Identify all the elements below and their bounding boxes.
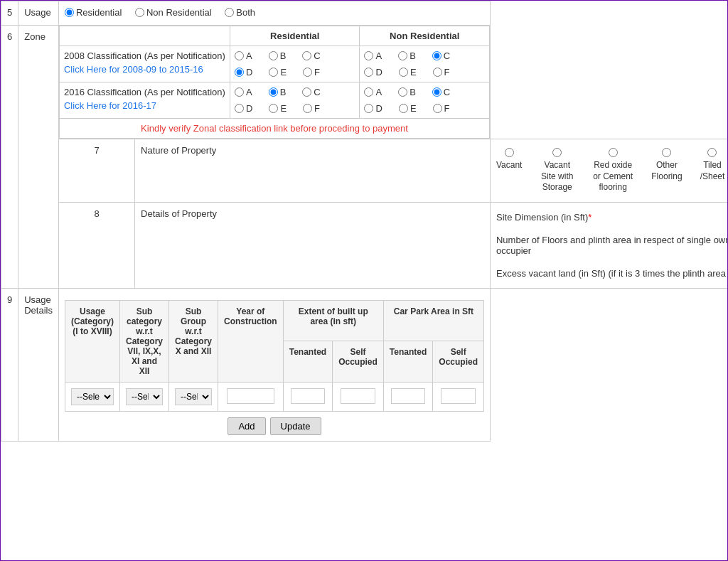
nature-options-group: Vacant Vacant Site with Storage Red oxid… [496, 145, 728, 196]
row6-label: Zone [18, 26, 59, 289]
sub-group-header: Sub Group w.r.t Category X and XII [169, 300, 218, 382]
zone-2016-res-group: A B C D E F [235, 87, 355, 114]
car-park-tenanted-cell [383, 382, 432, 411]
zone-2008-res-A[interactable]: A [235, 50, 252, 61]
usage-data-row: --Select-- --Select --Sele [65, 382, 483, 411]
nature-vacant-radio[interactable] [505, 148, 514, 157]
zone-2016-res-B[interactable]: B [269, 87, 287, 97]
zone-2016-nonres-E[interactable]: E [399, 103, 417, 114]
row8-number: 8 [58, 202, 134, 288]
zone-2016-nonresidential: A B C D E F [360, 82, 490, 119]
zone-2008-nonres-C[interactable]: C [432, 50, 450, 61]
zone-2008-nonres-D[interactable]: D [364, 67, 382, 78]
zone-2008-nonres-group: A B C D E F [364, 50, 485, 78]
site-dimension-label: Site Dimension (in Sft)* [496, 212, 728, 223]
row9-number: 9 [1, 288, 18, 441]
nature-red-oxide-radio[interactable] [609, 148, 618, 157]
nature-tiled-label: Tiled /Sheet [700, 160, 725, 182]
nature-tiled-radio[interactable] [707, 148, 717, 157]
tenanted-input[interactable] [291, 388, 324, 404]
sub-category-select[interactable]: --Select [126, 388, 163, 405]
zone-2016-link[interactable]: Click Here for 2016-17 [64, 100, 225, 111]
usage-residential-radio[interactable] [65, 8, 74, 17]
self-occupied-input[interactable] [341, 388, 375, 404]
car-park-self-occupied-header: Self Occupied [433, 341, 484, 383]
zone-2016-nonres-F[interactable]: F [433, 103, 450, 114]
nature-vacant-site: Vacant Site with Storage [540, 148, 574, 193]
nature-red-oxide: Red oxide or Cement flooring [592, 148, 633, 193]
usage-details-table: Usage (Category) (I to XVIII) Sub catego… [65, 300, 484, 412]
row9-content: Usage (Category) (I to XVIII) Sub catego… [58, 288, 490, 441]
year-of-construction-header: Year of Construction [218, 300, 284, 382]
zone-2016-res-A[interactable]: A [235, 87, 252, 97]
zone-2016-residential: A B C D E F [230, 82, 360, 119]
car-park-tenanted-header: Tenanted [383, 341, 432, 383]
zone-2008-res-F[interactable]: F [303, 67, 320, 78]
zone-desc-header [59, 26, 230, 46]
car-park-self-occupied-cell [433, 382, 484, 411]
zone-2008-text: 2008 Classification (As per Notification… [64, 50, 225, 61]
excess-vacant-row: Excess vacant land (in Sft) (if it is 3 … [496, 265, 728, 282]
row9-label: Usage Details [18, 288, 59, 441]
usage-buttons-row: Add Update [65, 417, 484, 435]
sub-group-cell: --Sele [169, 382, 218, 411]
zone-2008-res-E[interactable]: E [269, 67, 287, 78]
row7-label: Nature of Property [135, 139, 491, 203]
zone-warning: Kindly verify Zonal classification link … [59, 119, 489, 139]
zone-2016-res-F[interactable]: F [303, 103, 320, 114]
car-park-header: Car Park Area in Sft [383, 300, 483, 341]
tenanted-cell [283, 382, 332, 411]
usage-both-option[interactable]: Both [225, 7, 255, 18]
extent-header: Extent of built up area (in sft) [283, 300, 383, 341]
zone-2008-residential: A B C D E F [230, 46, 360, 82]
zone-2008-nonres-F[interactable]: F [433, 67, 450, 78]
row5-number: 5 [1, 1, 18, 26]
sub-category-header: Sub category w.r.t Category VII, IX,X, X… [120, 300, 169, 382]
sub-group-select[interactable]: --Sele [175, 388, 212, 405]
zone-2008-res-D[interactable]: D [235, 67, 252, 78]
car-park-tenanted-input[interactable] [391, 388, 424, 404]
usage-both-label: Both [236, 7, 255, 18]
nature-vacant-site-radio[interactable] [552, 148, 562, 157]
row6-content: Residential Non Residential 2008 Classif… [58, 26, 490, 139]
zone-2008-link[interactable]: Click Here for 2008-09 to 2015-16 [64, 64, 225, 75]
car-park-self-occupied-input[interactable] [441, 388, 476, 404]
usage-both-radio[interactable] [225, 8, 234, 17]
site-dimension-required: * [588, 212, 592, 223]
zone-2016-nonres-A[interactable]: A [364, 87, 382, 97]
zone-2016-res-E[interactable]: E [269, 103, 287, 114]
row7-number: 7 [58, 139, 134, 203]
usage-category-cell: --Select-- [65, 382, 119, 411]
update-button[interactable]: Update [270, 417, 321, 435]
usage-category-header: Usage (Category) (I to XVIII) [65, 300, 119, 382]
year-construction-cell [218, 382, 284, 411]
zone-2016-res-C[interactable]: C [302, 87, 320, 97]
self-occupied-cell [333, 382, 384, 411]
non-residential-header: Non Residential [360, 26, 490, 46]
zone-2016-nonres-D[interactable]: D [364, 103, 382, 114]
usage-nonresidential-option[interactable]: Non Residential [135, 7, 212, 18]
zone-2008-nonres-E[interactable]: E [399, 67, 417, 78]
self-occupied-header: Self Occupied [333, 341, 384, 383]
zone-2008-nonres-B[interactable]: B [398, 50, 416, 61]
year-construction-input[interactable] [227, 388, 274, 404]
row8-content: Site Dimension (in Sft)* 0 Built up Area… [490, 202, 728, 288]
zone-2016-res-D[interactable]: D [235, 103, 252, 114]
usage-nonresidential-radio[interactable] [135, 8, 144, 17]
zone-2016-nonres-C[interactable]: C [432, 87, 450, 97]
usage-residential-option[interactable]: Residential [65, 7, 122, 18]
zone-2008-nonres-A[interactable]: A [364, 50, 382, 61]
nature-other-flooring: Other Flooring [651, 148, 682, 182]
usage-category-select[interactable]: --Select-- [71, 388, 114, 405]
row6-number: 6 [1, 26, 18, 289]
zone-2008-res-B[interactable]: B [269, 50, 287, 61]
usage-nonresidential-label: Non Residential [146, 7, 212, 18]
zone-2016-nonres-B[interactable]: B [398, 87, 416, 97]
sub-category-cell: --Select [120, 382, 169, 411]
zone-2008-res-C[interactable]: C [302, 50, 320, 61]
nature-other-flooring-radio[interactable] [662, 148, 671, 157]
row7-content: Vacant Vacant Site with Storage Red oxid… [490, 139, 728, 203]
nature-vacant-label: Vacant [496, 160, 522, 171]
add-button[interactable]: Add [228, 417, 265, 435]
zone-2016-nonres-group: A B C D E F [364, 87, 485, 114]
